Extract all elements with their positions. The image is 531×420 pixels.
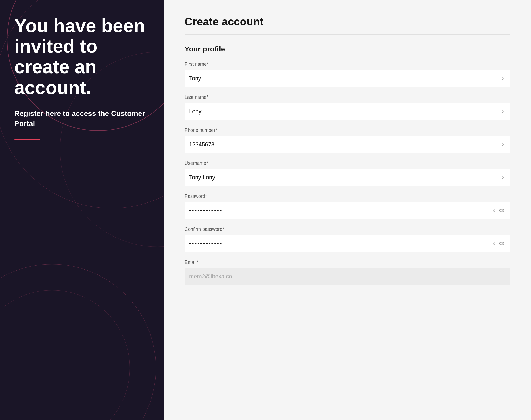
divider [185, 34, 510, 35]
clear-phone_number-button[interactable]: × [501, 142, 506, 148]
svg-point-1 [501, 210, 502, 211]
section-title: Your profile [185, 45, 510, 53]
form-group-password: Password*× [185, 194, 510, 219]
input-wrapper-first_name: × [185, 70, 510, 87]
input-phone_number[interactable] [189, 141, 501, 148]
form-group-first_name: First name*× [185, 62, 510, 87]
headline: You have been invited to create an accou… [14, 16, 150, 98]
clear-last_name-button[interactable]: × [501, 109, 506, 115]
label-username: Username* [185, 161, 510, 166]
profile-form: First name*×Last name*×Phone number*×Use… [185, 62, 510, 285]
input-wrapper-phone_number: × [185, 136, 510, 153]
label-phone_number: Phone number* [185, 128, 510, 133]
toggle-visibility-confirm_password-button[interactable] [496, 240, 506, 247]
form-group-username: Username*× [185, 161, 510, 186]
clear-confirm_password-button[interactable]: × [491, 241, 496, 247]
eye-icon [498, 240, 505, 247]
clear-password-button[interactable]: × [491, 208, 496, 214]
svg-point-3 [501, 243, 502, 244]
clear-username-button[interactable]: × [501, 175, 506, 181]
form-group-email: Email* [185, 260, 510, 285]
input-wrapper-last_name: × [185, 103, 510, 120]
form-group-last_name: Last name*× [185, 95, 510, 120]
input-last_name[interactable] [189, 108, 501, 115]
toggle-visibility-password-button[interactable] [496, 207, 506, 214]
label-last_name: Last name* [185, 95, 510, 100]
page-title: Create account [185, 16, 510, 28]
label-confirm_password: Confirm password* [185, 227, 510, 232]
input-first_name[interactable] [189, 75, 501, 82]
clear-first_name-button[interactable]: × [501, 76, 506, 82]
label-password: Password* [185, 194, 510, 199]
form-group-confirm_password: Confirm password*× [185, 227, 510, 252]
input-username[interactable] [189, 174, 501, 181]
label-email: Email* [185, 260, 510, 265]
subheadline: Register here to access the Customer Por… [14, 108, 150, 129]
input-wrapper-username: × [185, 169, 510, 186]
eye-icon [498, 207, 505, 214]
accent-line [14, 139, 40, 140]
input-password[interactable] [189, 207, 491, 214]
input-confirm_password[interactable] [189, 240, 491, 247]
input-wrapper-email [185, 268, 510, 285]
input-wrapper-password: × [185, 202, 510, 219]
form-group-phone_number: Phone number*× [185, 128, 510, 153]
right-panel: Create account Your profile First name*×… [164, 0, 531, 420]
input-wrapper-confirm_password: × [185, 235, 510, 252]
input-email [189, 273, 506, 280]
left-panel: You have been invited to create an accou… [0, 0, 164, 420]
label-first_name: First name* [185, 62, 510, 67]
